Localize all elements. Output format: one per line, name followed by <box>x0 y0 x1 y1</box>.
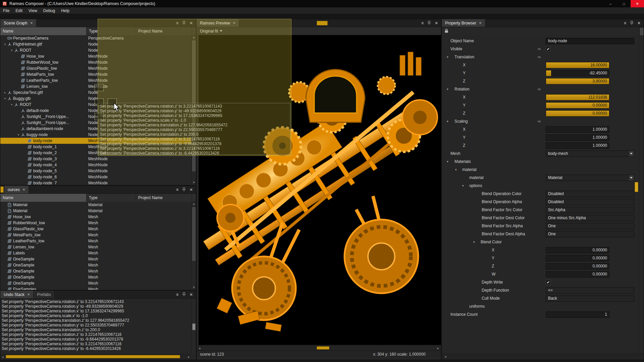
text-input[interactable]: body-node <box>546 38 634 44</box>
close-icon[interactable]: ✕ <box>190 293 193 297</box>
lock-icon[interactable] <box>444 28 448 33</box>
scroll-up-icon[interactable]: ▲ <box>192 202 196 206</box>
tab-resources[interactable]: ources ✕ <box>4 186 29 193</box>
tree-row[interactable]: OneSampleMesh <box>0 256 191 262</box>
tree-row[interactable]: OneSampleMesh <box>0 274 191 280</box>
tree-row[interactable]: LeatherParts_lowMesh <box>0 238 191 244</box>
minimize-button[interactable]: – <box>604 0 617 7</box>
menu-debug[interactable]: Debug <box>40 7 58 14</box>
spin-box[interactable]: 1 <box>546 311 609 318</box>
scroll-down-icon[interactable]: ▼ <box>192 285 196 290</box>
preview-hscrollbar[interactable]: ◄ ► <box>197 345 441 350</box>
tree-row[interactable]: body-node_7MeshNode <box>0 180 191 185</box>
combo-box[interactable]: One <box>546 231 634 237</box>
close-icon[interactable]: ✕ <box>30 21 33 25</box>
combo-box[interactable]: Back <box>546 295 634 302</box>
combo-box[interactable]: body-mesh <box>546 150 634 157</box>
column-header-name[interactable]: Name <box>0 27 87 35</box>
combo-box[interactable]: <= <box>546 287 634 294</box>
props-hscrollbar[interactable]: ◄ <box>442 354 644 360</box>
menu-help[interactable]: Help <box>58 7 72 14</box>
spin-box[interactable]: 1.00000 <box>546 126 609 133</box>
checkbox[interactable]: ✔ <box>546 46 551 51</box>
dock-menu-icon[interactable]: ≡ <box>176 293 178 297</box>
dock-menu-icon[interactable]: ≡ <box>624 21 626 25</box>
combo-box[interactable]: Disabled <box>546 199 634 205</box>
pin-icon[interactable] <box>427 21 431 25</box>
combo-box[interactable]: One minus Src Alpha <box>546 215 634 221</box>
close-icon[interactable]: ✕ <box>22 188 25 191</box>
spin-box[interactable]: 3.90000 <box>546 78 609 84</box>
pin-icon[interactable] <box>630 21 634 25</box>
tree-row[interactable]: GlassPlastic_lowMesh <box>0 226 191 232</box>
tab-scene-graph[interactable]: Scene Graph ✕ <box>0 19 37 27</box>
props-vscrollbar[interactable] <box>639 27 644 354</box>
tree-row[interactable]: OneSampleMesh <box>0 268 191 274</box>
tree-row[interactable]: OneSampleMesh <box>0 262 191 268</box>
menu-view[interactable]: View <box>25 7 40 14</box>
resources-vscrollbar[interactable]: ▲ ▼ <box>191 202 196 290</box>
tree-row[interactable]: MetalParts_lowMesh <box>0 232 191 238</box>
scroll-right-icon[interactable]: ► <box>186 355 191 360</box>
scroll-down-icon[interactable]: ▼ <box>192 180 196 185</box>
column-header-type[interactable]: Type <box>87 194 136 202</box>
expander-icon[interactable]: ▾ <box>9 102 14 108</box>
combo-box[interactable]: Src Alpha <box>546 207 634 213</box>
column-header-project-name[interactable]: Project Name <box>136 194 192 202</box>
spin-box[interactable]: 112.01836 <box>546 94 609 101</box>
tab-prefabs[interactable]: Prefabs <box>34 291 54 298</box>
tree-row[interactable]: OneSampleMesh <box>0 280 191 286</box>
tree-row[interactable]: body-node_6MeshNode <box>0 174 191 180</box>
scroll-left-icon[interactable]: ◄ <box>0 355 5 360</box>
scroll-highlight[interactable] <box>635 182 638 192</box>
pin-icon[interactable] <box>182 187 186 192</box>
scroll-left-icon[interactable]: ◄ <box>443 355 448 359</box>
scrollbar-thumb[interactable] <box>640 28 643 35</box>
maximize-button[interactable]: □ <box>617 0 631 7</box>
tree-row[interactable]: Hose_lowMesh <box>0 214 191 220</box>
expander-icon[interactable]: ▾ <box>3 96 7 102</box>
close-icon[interactable]: ✕ <box>479 21 482 25</box>
spin-box[interactable]: 1.00000 <box>546 142 609 149</box>
pin-icon[interactable] <box>182 292 186 297</box>
spin-box[interactable]: 0.00000 <box>546 263 609 269</box>
menu-file[interactable]: File <box>0 7 12 14</box>
spin-box[interactable]: 1.00000 <box>546 134 609 141</box>
close-icon[interactable]: ✕ <box>435 21 438 25</box>
expander-icon[interactable]: ▸ <box>3 89 7 96</box>
dock-menu-icon[interactable]: ≡ <box>176 188 178 192</box>
checkbox[interactable]: ✔ <box>546 280 551 285</box>
close-icon[interactable]: ✕ <box>27 293 30 296</box>
tree-row[interactable]: MaterialMaterial <box>0 208 191 214</box>
tab-property-browser[interactable]: Property Browser ✕ <box>442 19 485 27</box>
tree-row[interactable]: body-node_5MeshNode <box>0 168 191 174</box>
spin-box[interactable]: 16.00000 <box>546 62 609 68</box>
scrollbar-thumb[interactable] <box>317 346 329 350</box>
expander-icon[interactable]: ▾ <box>9 47 14 53</box>
scrollbar-thumb[interactable] <box>6 355 180 358</box>
close-icon[interactable]: ✕ <box>190 188 193 192</box>
undo-vscrollbar[interactable] <box>191 299 196 354</box>
tree-row[interactable]: RubberWood_lowMesh <box>0 220 191 226</box>
scrollbar-thumb[interactable] <box>192 207 196 261</box>
tree-row[interactable]: Lenses_lowMesh <box>0 244 191 250</box>
scrollbar-thumb[interactable] <box>192 323 196 330</box>
tree-row[interactable]: MaterialMaterial <box>0 202 191 208</box>
combo-box[interactable]: One <box>546 223 634 229</box>
close-icon[interactable]: ✕ <box>637 21 641 25</box>
close-button[interactable]: ✕ <box>631 0 644 7</box>
spin-box[interactable]: 0.00000 <box>546 247 609 253</box>
dock-menu-icon[interactable]: ≡ <box>421 21 424 25</box>
spin-box[interactable]: 0.00000 <box>546 102 609 109</box>
combo-box[interactable]: Disabled <box>546 191 634 197</box>
tree-row[interactable]: body-node_4MeshNode <box>0 162 191 168</box>
tree-row[interactable]: LabelsMesh <box>0 250 191 256</box>
expander-icon[interactable]: ▾ <box>3 41 7 47</box>
spin-box[interactable]: 0.00000 <box>546 271 609 278</box>
spin-box[interactable]: -82.45000 <box>546 70 609 76</box>
expander-icon[interactable]: ▾ <box>16 132 21 138</box>
tree-row[interactable]: FiveSamplesMesh <box>0 286 191 290</box>
chevron-down-icon[interactable] <box>628 175 634 181</box>
chevron-down-icon[interactable] <box>628 151 634 157</box>
combo-box[interactable]: Material <box>546 175 634 181</box>
